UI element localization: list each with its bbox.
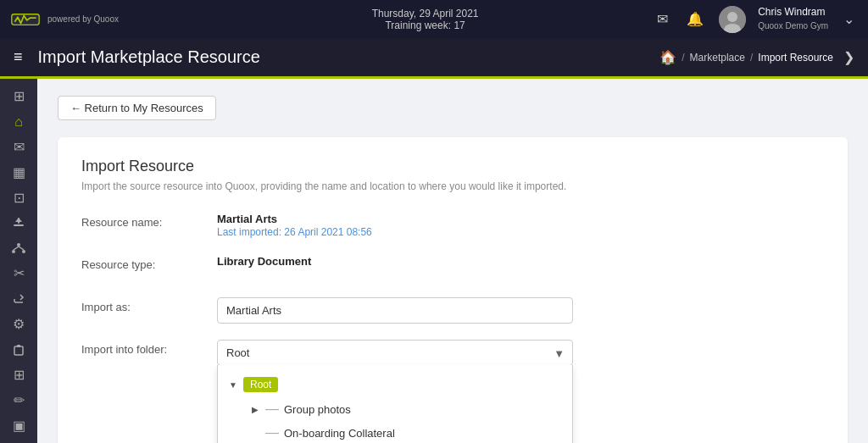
user-info: Chris Windram Quoox Demo Gym: [758, 6, 828, 32]
folder-select[interactable]: Root: [217, 340, 573, 366]
svg-point-8: [12, 250, 15, 253]
sidebar-item-scissors[interactable]: ✂: [3, 263, 34, 285]
tree-group-photos[interactable]: ▶ — Group photos: [218, 397, 572, 421]
sidebar-item-calendar[interactable]: ▦: [3, 162, 34, 184]
sidebar-item-users[interactable]: ⊡: [3, 186, 34, 208]
topbar-right: ✉ 🔔 Chris Windram Quoox Demo Gym ⌄: [654, 6, 858, 33]
svg-point-7: [17, 243, 20, 246]
sidebar: ⊞ ⌂ ✉ ▦ ⊡ ✂ ⚙ ⊞ ✏ ▣: [0, 79, 37, 443]
bell-icon-btn[interactable]: 🔔: [683, 8, 707, 30]
user-gym: Quoox Demo Gym: [758, 21, 828, 30]
svg-rect-13: [17, 345, 20, 347]
topbar-center: Thursday, 29 April 2021 Training week: 1…: [197, 8, 654, 31]
svg-rect-12: [14, 346, 23, 355]
sidebar-item-settings[interactable]: ⚙: [3, 313, 34, 335]
sidebar-item-mail[interactable]: ✉: [3, 136, 34, 158]
topbar: powered by Quoox Thursday, 29 April 2021…: [0, 0, 868, 38]
resource-type-row: Resource type: Library Document: [81, 255, 824, 282]
form-section: Import Resource Import the source resour…: [58, 137, 848, 443]
powered-by-text: powered by Quoox: [47, 14, 119, 24]
import-as-field-wrapper: [217, 297, 824, 324]
tree-root-toggle[interactable]: ▼: [226, 378, 240, 391]
hamburger-button[interactable]: ≡: [10, 45, 26, 69]
page-title: Import Marketplace Resource: [38, 47, 660, 67]
sidebar-item-clipboard[interactable]: [3, 339, 34, 361]
form-title: Import Resource: [81, 158, 824, 175]
import-as-row: Import as:: [81, 297, 824, 324]
resource-type-value: Library Document: [217, 255, 824, 268]
tree-label-group-photos: Group photos: [284, 403, 351, 416]
svg-rect-4: [14, 224, 24, 226]
sidebar-item-share[interactable]: [3, 288, 34, 310]
return-button[interactable]: ← Return to My Resources: [58, 96, 216, 120]
tree-root-label[interactable]: Root: [243, 377, 278, 392]
form-desc: Import the source resource into Quoox, p…: [81, 180, 824, 192]
import-into-label: Import into folder:: [81, 340, 217, 356]
svg-line-11: [19, 246, 24, 250]
topbar-chevron-btn[interactable]: ⌄: [840, 8, 858, 30]
sidebar-item-pen[interactable]: ✏: [3, 389, 34, 411]
import-as-input[interactable]: [217, 297, 573, 324]
import-into-field-wrapper: Root ▼ ▼ Root ▶ — Group photos: [217, 340, 824, 443]
logo-area: powered by Quoox: [10, 8, 197, 31]
mail-icon-btn[interactable]: ✉: [654, 8, 671, 30]
svg-line-10: [14, 246, 19, 250]
logo-icon: [10, 8, 41, 31]
folder-select-wrapper: Root ▼: [217, 340, 573, 366]
sidebar-item-home[interactable]: ⌂: [3, 111, 34, 133]
breadcrumb: 🏠 / Marketplace / Import Resource: [659, 49, 833, 65]
svg-marker-6: [15, 218, 22, 222]
folder-tree-dropdown: ▼ Root ▶ — Group photos ▶ — On-boarding …: [217, 365, 573, 443]
tree-root-item[interactable]: ▼ Root: [218, 372, 572, 397]
breadcrumb-marketplace-link[interactable]: Marketplace: [690, 52, 745, 64]
import-into-row: Import into folder: Root ▼ ▼ Root: [81, 340, 824, 443]
resource-name-label: Resource name:: [81, 213, 217, 229]
svg-point-2: [727, 12, 737, 22]
sidebar-collapse-button[interactable]: ❯: [843, 49, 854, 65]
resource-name-row: Resource name: Martial Arts Last importe…: [81, 213, 824, 240]
breadcrumb-home-icon[interactable]: 🏠: [659, 49, 676, 65]
import-as-label: Import as:: [81, 297, 217, 313]
training-week: Training week: 17: [197, 19, 654, 31]
connector-icon: —: [265, 402, 279, 416]
sidebar-item-dashboard[interactable]: ⊞: [3, 86, 34, 108]
main-layout: ⊞ ⌂ ✉ ▦ ⊡ ✂ ⚙ ⊞ ✏ ▣ ← Return to My Resou…: [0, 79, 868, 443]
breadcrumb-current: Import Resource: [758, 52, 833, 64]
resource-type-label: Resource type:: [81, 255, 217, 271]
date-text: Thursday, 29 April 2021: [197, 8, 654, 19]
avatar: [719, 6, 746, 33]
last-imported-text: Last imported: 26 April 2021 08:56: [217, 226, 372, 238]
tree-onboarding[interactable]: ▶ — On-boarding Collateral: [218, 421, 572, 443]
connector-icon-2: —: [265, 426, 279, 440]
sidebar-item-upload[interactable]: [3, 212, 34, 234]
sidebar-item-scan[interactable]: ▣: [3, 414, 34, 436]
main-content: ← Return to My Resources Import Resource…: [37, 79, 868, 443]
tree-toggle-group-photos[interactable]: ▶: [248, 402, 262, 416]
page-header: ≡ Import Marketplace Resource 🏠 / Market…: [0, 38, 868, 79]
sidebar-item-grid[interactable]: ⊞: [3, 363, 34, 385]
resource-name-value: Martial Arts Last imported: 26 April 202…: [217, 213, 824, 238]
tree-label-onboarding: On-boarding Collateral: [284, 427, 395, 440]
user-name: Chris Windram: [758, 6, 828, 19]
sidebar-item-network[interactable]: [3, 237, 34, 259]
svg-point-9: [22, 250, 25, 253]
